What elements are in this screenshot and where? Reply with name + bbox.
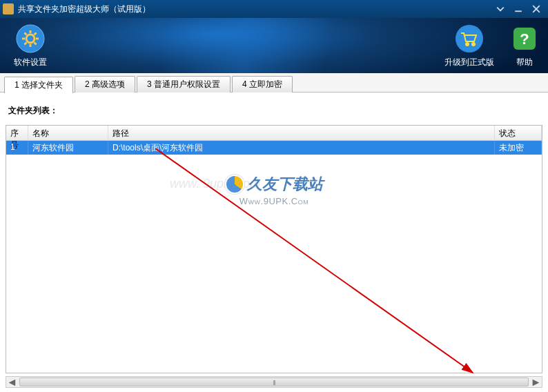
svg-point-13 bbox=[466, 43, 469, 46]
header-banner: 软件设置 升级到正式版 ? 帮助 bbox=[0, 18, 548, 73]
svg-point-14 bbox=[472, 43, 475, 46]
minimize-button[interactable] bbox=[509, 3, 527, 15]
title-bar: 共享文件夹加密超级大师（试用版） bbox=[0, 0, 548, 18]
scroll-right-icon[interactable]: ► bbox=[530, 377, 542, 387]
settings-label: 软件设置 bbox=[14, 57, 47, 68]
cart-icon bbox=[454, 23, 485, 54]
upgrade-label: 升级到正式版 bbox=[444, 57, 494, 68]
svg-point-12 bbox=[456, 25, 483, 52]
tab-encrypt[interactable]: 4 立即加密 bbox=[232, 76, 293, 92]
settings-button[interactable]: 软件设置 bbox=[14, 23, 47, 68]
table-row[interactable]: 1 河东软件园 D:\tools\桌面\河东软件园 未加密 bbox=[6, 141, 542, 155]
app-icon bbox=[3, 3, 14, 14]
watermark-text: 久友下载站 bbox=[247, 174, 323, 195]
svg-rect-0 bbox=[515, 10, 522, 12]
scroll-grip-icon: ||| bbox=[273, 379, 275, 385]
svg-line-10 bbox=[25, 42, 27, 44]
cell-path: D:\tools\桌面\河东软件园 bbox=[108, 141, 495, 155]
watermark-bg: www. 9upk .com bbox=[170, 177, 260, 191]
watermark: www. 9upk .com 久友下载站 Www.9UPK.Com bbox=[225, 174, 323, 206]
upgrade-button[interactable]: 升级到正式版 bbox=[444, 23, 494, 68]
help-label: 帮助 bbox=[516, 57, 533, 68]
tab-advanced[interactable]: 2 高级选项 bbox=[75, 76, 135, 92]
tabs: 1 选择文件夹 2 高级选项 3 普通用户权限设置 4 立即加密 bbox=[0, 73, 548, 92]
col-index[interactable]: 序号 bbox=[6, 126, 28, 140]
scroll-left-icon[interactable]: ◄ bbox=[6, 377, 18, 387]
tab-permissions[interactable]: 3 普通用户权限设置 bbox=[137, 76, 231, 92]
col-path[interactable]: 路径 bbox=[108, 126, 495, 140]
close-button[interactable] bbox=[527, 3, 545, 15]
svg-line-11 bbox=[35, 32, 37, 35]
svg-line-8 bbox=[25, 32, 27, 35]
cell-name: 河东软件园 bbox=[28, 141, 108, 155]
content-area: 文件夹列表： 序号 名称 路径 状态 1 河东软件园 D:\tools\桌面\河… bbox=[0, 92, 548, 373]
table-header: 序号 名称 路径 状态 bbox=[6, 126, 542, 141]
horizontal-scrollbar[interactable]: ◄ ||| ► bbox=[6, 376, 542, 388]
svg-text:?: ? bbox=[520, 30, 529, 48]
watermark-logo-icon bbox=[225, 175, 244, 194]
cell-index: 1 bbox=[6, 141, 28, 155]
help-button[interactable]: ? 帮助 bbox=[509, 23, 540, 68]
window-title: 共享文件夹加密超级大师（试用版） bbox=[18, 3, 491, 15]
list-label: 文件夹列表： bbox=[8, 105, 542, 117]
folder-table: 序号 名称 路径 状态 1 河东软件园 D:\tools\桌面\河东软件园 未加… bbox=[6, 125, 542, 373]
svg-line-9 bbox=[35, 42, 37, 44]
help-icon: ? bbox=[509, 23, 540, 54]
col-name[interactable]: 名称 bbox=[28, 126, 108, 140]
watermark-url: Www.9UPK.Com bbox=[225, 196, 323, 206]
dropdown-button[interactable] bbox=[491, 3, 509, 15]
cell-status: 未加密 bbox=[495, 141, 542, 155]
window-controls bbox=[491, 3, 545, 15]
col-status[interactable]: 状态 bbox=[495, 126, 542, 140]
tab-select-folder[interactable]: 1 选择文件夹 bbox=[4, 77, 73, 93]
scroll-track[interactable]: ||| bbox=[18, 377, 530, 387]
gear-icon bbox=[15, 23, 46, 54]
